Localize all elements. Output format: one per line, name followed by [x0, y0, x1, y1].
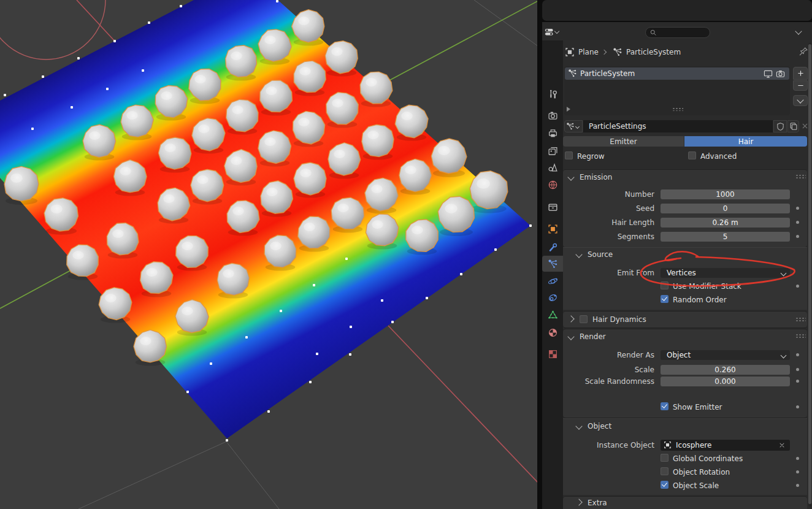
- icosphere-instance[interactable]: [226, 45, 257, 77]
- regrow-checkbox[interactable]: [565, 151, 573, 159]
- list-resize-grip[interactable]: [672, 107, 683, 111]
- object-rotation-checkbox[interactable]: [661, 467, 668, 475]
- icosphere-instance[interactable]: [107, 223, 139, 255]
- remove-particle-system-button[interactable]: [793, 80, 808, 91]
- icosphere-instance[interactable]: [67, 245, 99, 277]
- search-input[interactable]: [645, 27, 710, 38]
- 3d-viewport[interactable]: [0, 0, 537, 509]
- show-in-render-icon[interactable]: [776, 69, 785, 78]
- emission-drag-grip[interactable]: [795, 174, 806, 178]
- scale-decorator-dot[interactable]: [796, 368, 799, 371]
- advanced-checkbox[interactable]: [688, 151, 696, 159]
- seed-field[interactable]: 0: [661, 204, 790, 213]
- blender-window: Plane ParticleSystem ParticleSystem Part…: [0, 0, 812, 509]
- tab-emitter[interactable]: Emitter: [563, 136, 684, 147]
- output-icon: [548, 128, 558, 139]
- icosphere-instance[interactable]: [362, 124, 394, 156]
- properties-tab-view-layer[interactable]: [542, 143, 563, 159]
- tab-hair[interactable]: Hair: [684, 136, 807, 147]
- source-title[interactable]: Source: [588, 250, 613, 259]
- breadcrumb-object[interactable]: Plane: [578, 48, 599, 56]
- icosphere-instance[interactable]: [360, 72, 393, 104]
- properties-tab-output[interactable]: [542, 125, 563, 141]
- particle-system-list-row[interactable]: ParticleSystem: [565, 67, 789, 80]
- properties-tab-object-data[interactable]: [542, 307, 563, 323]
- hair-length-decorator-dot[interactable]: [796, 221, 799, 224]
- render-drag-grip[interactable]: [795, 334, 806, 338]
- random-order-checkbox[interactable]: [661, 295, 668, 303]
- icosphere-instance[interactable]: [217, 263, 249, 295]
- seed-decorator-dot[interactable]: [796, 207, 799, 210]
- fake-user-button[interactable]: [773, 120, 787, 132]
- scale-randomness-decorator-dot[interactable]: [796, 380, 799, 383]
- icosphere-instance[interactable]: [44, 198, 78, 231]
- render-title[interactable]: Render: [580, 332, 606, 341]
- world-icon: [548, 180, 558, 190]
- global-coordinates-decorator-dot[interactable]: [796, 457, 799, 460]
- scale-field[interactable]: 0.260: [661, 365, 790, 375]
- emission-title[interactable]: Emission: [580, 173, 612, 182]
- settings-name-field[interactable]: ParticleSettings: [583, 120, 773, 132]
- icosphere-instance[interactable]: [189, 69, 221, 101]
- properties-tab-material[interactable]: [542, 324, 563, 340]
- settings-browse-button[interactable]: [564, 120, 583, 132]
- properties-tab-tool[interactable]: [542, 86, 563, 102]
- chevron-down-icon: [575, 124, 580, 129]
- emit-from-dropdown[interactable]: Vertices: [661, 268, 790, 278]
- particle-system-name: ParticleSystem: [580, 69, 635, 78]
- instance-object-field[interactable]: Icosphere: [661, 440, 790, 451]
- icosphere-instance[interactable]: [140, 262, 173, 294]
- render-as-decorator-dot[interactable]: [796, 353, 799, 356]
- properties-tab-scene[interactable]: [542, 159, 563, 175]
- properties-tab-render[interactable]: [542, 107, 563, 123]
- scrollbar-thumb[interactable]: [808, 44, 811, 504]
- scale-randomness-field[interactable]: 0.000: [661, 377, 790, 386]
- editor-type-button[interactable]: [543, 27, 564, 37]
- particle-settings-icon: [566, 122, 575, 131]
- segments-field[interactable]: 5: [661, 232, 790, 242]
- global-coordinates-checkbox[interactable]: [661, 454, 668, 462]
- object-rotation-decorator-dot[interactable]: [796, 470, 799, 473]
- object-scale-decorator-dot[interactable]: [796, 484, 799, 487]
- icosphere-instance[interactable]: [326, 93, 358, 124]
- header-collapse-chevron-icon[interactable]: [795, 28, 802, 34]
- properties-tab-constraints[interactable]: [542, 289, 563, 305]
- show-emitter-decorator-dot[interactable]: [796, 405, 799, 408]
- render-icon: [548, 110, 558, 121]
- hair-dynamics-drag-grip[interactable]: [795, 317, 806, 321]
- icosphere-instance[interactable]: [470, 171, 508, 209]
- particle-specials-button[interactable]: [793, 95, 808, 106]
- icosphere-instance[interactable]: [226, 99, 258, 132]
- pin-icon[interactable]: [799, 47, 808, 56]
- icosphere-instance[interactable]: [406, 220, 439, 252]
- extra-title[interactable]: Extra: [588, 499, 607, 507]
- modifiers-icon: [548, 242, 558, 253]
- show-emitter-checkbox[interactable]: [661, 402, 668, 410]
- use-modifier-stack-decorator-dot[interactable]: [796, 285, 799, 288]
- number-field[interactable]: 1000: [661, 189, 790, 199]
- list-filter-expand-icon[interactable]: [567, 107, 570, 112]
- new-copy-button[interactable]: [787, 120, 799, 132]
- object-scale-checkbox[interactable]: [661, 481, 668, 489]
- add-particle-system-button[interactable]: [793, 67, 808, 80]
- hair-dynamics-checkbox[interactable]: [580, 315, 588, 323]
- object-title[interactable]: Object: [588, 422, 611, 431]
- icosphere-instance[interactable]: [294, 61, 326, 92]
- render-as-dropdown[interactable]: Object: [661, 350, 790, 360]
- editor-separator[interactable]: [537, 0, 542, 509]
- icosphere-instance[interactable]: [264, 235, 296, 268]
- breadcrumb-particle-system[interactable]: ParticleSystem: [626, 48, 681, 56]
- hair-length-field[interactable]: 0.26 m: [661, 218, 790, 228]
- scene-icon: [548, 163, 558, 173]
- icosphere-instance[interactable]: [4, 166, 39, 201]
- icosphere-instance[interactable]: [176, 236, 209, 268]
- use-modifier-stack-checkbox[interactable]: [661, 281, 668, 289]
- icosphere-instance[interactable]: [260, 80, 293, 112]
- clear-icon[interactable]: [778, 442, 786, 449]
- icosphere-instance[interactable]: [298, 216, 330, 248]
- scrollbar[interactable]: [808, 43, 811, 507]
- hair-dynamics-title[interactable]: Hair Dynamics: [592, 315, 646, 324]
- show-in-viewport-icon[interactable]: [764, 69, 773, 78]
- segments-decorator-dot[interactable]: [796, 235, 799, 238]
- icosphere-instance[interactable]: [331, 197, 364, 229]
